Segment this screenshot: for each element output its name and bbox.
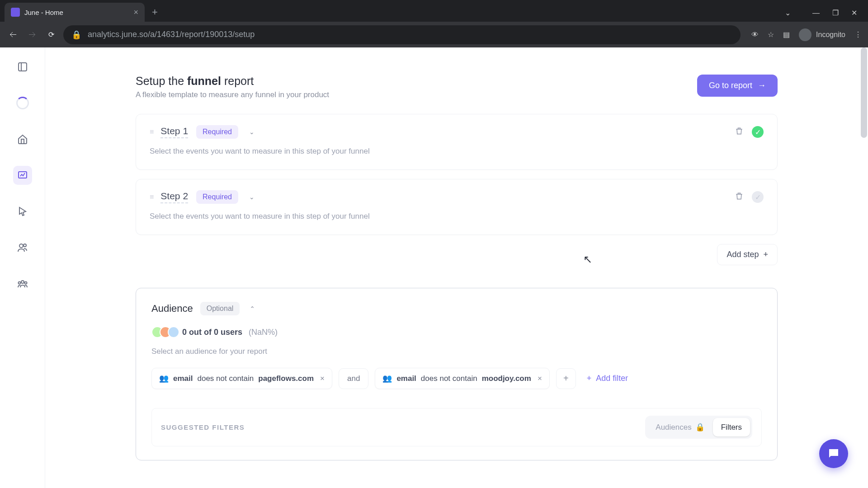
segment-audiences[interactable]: Audiences 🔒 [647,418,712,436]
url-text: analytics.june.so/a/14631/report/190013/… [88,30,255,39]
add-step-button[interactable]: Add step + [717,244,778,265]
filter-pill[interactable]: 👥 email does not contain pageflows.com × [151,368,332,389]
suggested-filters-row: SUGGESTED FILTERS Audiences 🔒 Filters [151,408,762,446]
svg-point-5 [18,282,20,284]
avatar-icon [168,326,179,338]
lock-icon: 🔒 [695,422,705,432]
sidebar [0,47,45,488]
svg-point-4 [21,281,24,283]
step-description: Select the events you want to measure in… [150,147,764,156]
step-description: Select the events you want to measure in… [150,212,764,221]
step-card-1: ≡ Step 1 Required ⌄ ✓ Select the events … [136,114,778,170]
new-tab-button[interactable]: + [145,3,165,22]
plus-icon: + [763,250,768,259]
go-to-report-button[interactable]: Go to report → [697,75,778,97]
step-name[interactable]: Step 1 [160,126,188,138]
badge-label: Required [203,193,232,201]
chevron-down-icon[interactable]: ⌄ [249,128,255,136]
drag-handle-icon[interactable]: ≡ [150,128,152,136]
avatar-stack [151,326,176,338]
window-controls: ⌄ — ❐ ✕ [785,9,868,22]
arrow-right-icon: → [758,81,766,90]
remove-filter-icon[interactable]: × [538,374,542,383]
sidebar-loading-icon [13,94,32,113]
lock-icon: 🔒 [71,30,81,40]
audience-card: Audience Optional ⌄ 0 out of 0 users (Na… [136,288,778,460]
sidebar-home-icon[interactable] [13,130,32,149]
toolbar-right: 👁 ☆ ▤ Incognito ⋮ [746,28,862,41]
incognito-indicator[interactable]: Incognito [799,28,845,41]
filter-value: pageflows.com [258,374,314,383]
kebab-menu-icon[interactable]: ⋮ [854,30,862,39]
sidebar-teams-icon[interactable] [13,274,32,293]
page-header: Setup the funnel report A flexible templ… [136,75,778,99]
close-icon[interactable]: × [133,8,138,17]
back-icon[interactable]: 🡠 [6,28,20,42]
go-button-label: Go to report [709,81,752,90]
required-badge[interactable]: Required [196,190,238,204]
browser-chrome: June - Home × + ⌄ — ❐ ✕ 🡠 🡢 ⟳ 🔒 analytic… [0,0,868,47]
sidebar-reports-icon[interactable] [13,166,32,185]
close-window-icon[interactable]: ✕ [851,9,857,17]
trash-icon[interactable] [735,127,744,137]
step-name[interactable]: Step 2 [160,191,188,203]
plus-icon: + [587,374,592,383]
tab-bar: June - Home × + ⌄ — ❐ ✕ [0,0,868,22]
chevron-up-icon[interactable]: ⌄ [250,305,255,312]
title-suffix: report [221,75,254,87]
maximize-icon[interactable]: ❐ [832,9,839,17]
step-card-2: ≡ Step 2 Required ⌄ ✓ Select the events … [136,179,778,235]
users-icon: 👥 [159,374,169,383]
forward-icon[interactable]: 🡢 [25,28,39,42]
drag-handle-icon[interactable]: ≡ [150,193,152,201]
filter-pill[interactable]: 👥 email does not contain moodjoy.com × [375,368,549,389]
sidebar-toggle-icon[interactable] [13,57,32,76]
minimize-icon[interactable]: — [812,9,820,17]
audience-count: 0 out of 0 users [182,328,242,337]
sidebar-events-icon[interactable] [13,202,32,221]
svg-rect-0 [19,63,27,71]
audience-pct: (NaN%) [249,328,278,337]
add-filter-label: Add filter [596,374,628,383]
app-shell: Setup the funnel report A flexible templ… [0,47,868,488]
segment-toggle: Audiences 🔒 Filters [645,416,752,439]
browser-tab[interactable]: June - Home × [5,3,145,22]
remove-filter-icon[interactable]: × [320,374,325,383]
panel-icon[interactable]: ▤ [783,30,790,39]
suggested-filters-label: SUGGESTED FILTERS [161,423,245,431]
svg-point-6 [24,282,27,284]
required-badge[interactable]: Required [196,125,238,139]
incognito-label: Incognito [816,31,845,39]
add-filter-button[interactable]: + Add filter [587,374,628,383]
sidebar-users-icon[interactable] [13,238,32,257]
trash-icon[interactable] [735,192,744,202]
filter-op: does not contain [421,374,477,383]
filter-field: email [173,374,193,383]
chevron-down-icon[interactable]: ⌄ [249,193,255,201]
audience-title: Audience [151,303,193,314]
audience-stats: 0 out of 0 users (NaN%) [151,326,762,338]
audience-description: Select an audience for your report [151,347,762,356]
eye-off-icon[interactable]: 👁 [751,31,759,39]
tabs-menu-icon[interactable]: ⌄ [785,9,791,17]
chat-fab[interactable] [819,439,848,468]
title-bold: funnel [187,75,221,87]
segment-filters[interactable]: Filters [713,418,750,436]
main-content: Setup the funnel report A flexible templ… [45,47,868,488]
svg-point-3 [24,244,26,247]
star-icon[interactable]: ☆ [768,30,774,39]
svg-point-2 [19,244,23,248]
segment-label: Filters [721,423,742,432]
filter-field: email [396,374,416,383]
reload-icon[interactable]: ⟳ [44,28,58,42]
page-title: Setup the funnel report [136,75,329,88]
and-separator: and [339,368,368,389]
title-prefix: Setup the [136,75,187,87]
scrollbar[interactable] [861,47,867,138]
add-condition-button[interactable]: + [556,368,576,389]
tab-title: June - Home [24,9,129,16]
status-pending-icon: ✓ [752,191,764,203]
url-input[interactable]: 🔒 analytics.june.so/a/14631/report/19001… [63,25,741,44]
status-done-icon: ✓ [752,126,764,138]
incognito-icon [799,28,811,41]
